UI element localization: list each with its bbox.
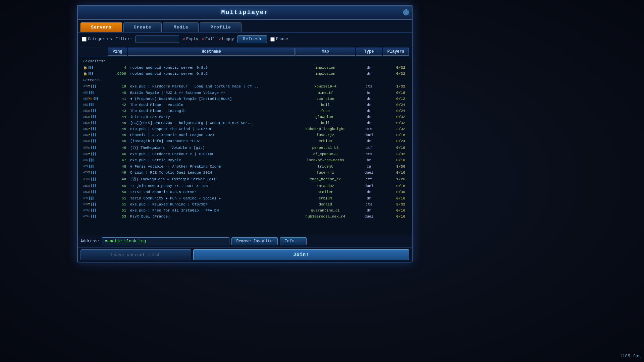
table-row[interactable]: AES⊙▐▐▐ 50 =XTS= 2nd Xonotic 0.8.5 Serve… — [80, 189, 409, 195]
table-row[interactable]: AES?▐▐▐ 45 Phoenix | RJZ Xonotic Duel Le… — [80, 132, 409, 138]
empty-checkbox[interactable]: ✕ Empty — [182, 37, 198, 42]
col-type[interactable]: Type — [356, 48, 382, 56]
aes-icon: AES — [83, 115, 88, 119]
table-row[interactable]: AES⊙▐▐▐ 46 [万] TheRegulars - Votable ☠ [… — [80, 144, 409, 151]
row-ping: 51 — [107, 196, 127, 201]
filter-label: Filter: — [115, 37, 132, 42]
row-ping: 45 — [107, 120, 127, 126]
column-headers: Ping Hostname Map Type Players — [78, 46, 412, 57]
row-icons: AES▐▐▐ — [80, 158, 107, 163]
table-row[interactable]: AES?▐▐▐ 19 exe.pub | Hardcore Parkour | … — [80, 83, 409, 89]
circle-icon: ⊙ — [88, 139, 90, 143]
laggy-checkbox[interactable]: ✕ Laggy — [218, 37, 234, 42]
info-button[interactable]: Info... — [280, 237, 307, 245]
pause-checkbox-label[interactable]: Pause — [270, 37, 288, 42]
favorite-row[interactable]: 🔒 ▐▐▐ 9999 rooted android xonotic server… — [80, 71, 409, 77]
full-x-icon: ✕ — [202, 37, 204, 42]
bars-icon: ▐▐▐ — [90, 109, 96, 113]
row-type: duel — [356, 132, 382, 138]
tab-create[interactable]: Create — [123, 22, 162, 32]
row-ping: 40 — [107, 90, 127, 96]
favorite-row[interactable]: 🔒 ▐▐▐ 4 rooted android xonotic server 0.… — [80, 65, 409, 71]
tab-profile[interactable]: Profile — [200, 22, 241, 32]
row-ping: 45 — [107, 132, 127, 138]
table-row[interactable]: AES✕▐▐▐ 53 PsyX Duel (France) hub3aeroq3… — [80, 214, 409, 220]
aes-icon: AES — [83, 139, 88, 143]
row-map: implosion — [295, 65, 356, 70]
row-icons: AES?▐▐▐ — [80, 84, 107, 89]
aes-icon: AES — [83, 197, 88, 200]
row-icons: AES⊙▐▐▐ — [80, 120, 107, 126]
bars-icon: ▐▐▐ — [90, 209, 96, 212]
categories-checkbox[interactable] — [82, 37, 87, 42]
question-icon: ? — [88, 133, 90, 137]
server-rows-container: AES?▐▐▐ 19 exe.pub | Hardcore Parkour | … — [80, 83, 409, 220]
table-row[interactable]: AES✕▐▐▐ 50 ⚡⚡ join now u pussy ⚡⚡ - DUEL… — [80, 183, 409, 189]
tab-media[interactable]: Media — [163, 22, 199, 32]
remove-favorite-button[interactable]: Remove favorite — [231, 237, 278, 245]
col-hostname[interactable]: Hostname — [128, 48, 295, 56]
circle-icon: ⊙ — [88, 190, 90, 194]
x-status-icon: ✕ — [88, 215, 90, 219]
row-icons: AES▐▐▐ — [80, 90, 107, 95]
filter-input[interactable] — [136, 36, 179, 43]
col-map[interactable]: Map — [296, 48, 355, 56]
action-bar: Leave current match Join! — [78, 247, 412, 262]
row-ping: 46 — [107, 138, 127, 144]
aes-icon: AES — [83, 159, 88, 162]
full-checkbox[interactable]: ✕ Full — [202, 37, 215, 42]
aes-icon: AES — [83, 178, 88, 181]
table-row[interactable]: AES?▐▐▐ 49 Origin | RJZ Xonotic Duel Lea… — [80, 170, 409, 176]
toolbar: Categories Filter: ✕ Empty ✕ Full ✕ Lagg… — [78, 33, 412, 46]
aes-icon: AES — [83, 146, 88, 149]
question-icon: ? — [88, 153, 90, 156]
pause-checkbox[interactable] — [270, 37, 275, 42]
table-row[interactable]: AES⊙▐▐▐ 46 [instagib.info] Deathmatch *F… — [80, 138, 409, 144]
table-row[interactable]: AES▐▐▐ 42 The Good Place — Votable boil … — [80, 102, 409, 108]
tab-servers[interactable]: Servers — [80, 22, 122, 32]
row-type: dm — [356, 196, 382, 201]
table-row[interactable]: AES?▐▐▐ 45 exe.pub | Respect the Grind |… — [80, 126, 409, 132]
table-row[interactable]: AES⊙▐▐▐ 43 The Good Place — Instagib fus… — [80, 108, 409, 114]
server-list[interactable]: Favorites: 🔒 ▐▐▐ 4 rooted android xonoti… — [78, 57, 412, 235]
categories-checkbox-label[interactable]: Categories — [82, 37, 112, 42]
bars-icon: ▐▐▐ — [90, 121, 96, 125]
leave-button[interactable]: Leave current match — [80, 249, 191, 260]
row-type: ctf — [356, 145, 382, 150]
table-row[interactable]: AES?▐▐▐ 46 exe.pub | Hardcore Parkour 2 … — [80, 151, 409, 157]
empty-label: Empty — [186, 37, 198, 42]
table-row[interactable]: AES?⊙▐▐▐ 41 ♦ (Prophets) DeathMatch Temp… — [80, 96, 409, 102]
refresh-button[interactable]: Refresh — [237, 35, 267, 43]
col-players[interactable]: Players — [383, 48, 409, 56]
row-hostname: ♦ (Prophets) DeathMatch Temple [InstaGib… — [127, 96, 295, 102]
row-icons: AES⊙▐▐▐ — [80, 108, 107, 114]
bottom-bar: Address: Remove favorite Info... — [78, 235, 412, 247]
bars-icon: ▐▐▐ — [90, 190, 96, 194]
col-ping[interactable]: Ping — [108, 48, 127, 56]
row-players: 0/16 — [382, 183, 409, 189]
bars-icon: ▐▐▐ — [90, 171, 96, 174]
row-players: 0/24 — [382, 108, 409, 114]
table-row[interactable]: AES⊙▐▐▐ 45 [BG][BOTS] ONEGAVON - bulgars… — [80, 120, 409, 126]
join-button[interactable]: Join! — [193, 249, 409, 260]
aes-icon: AES — [83, 127, 88, 131]
row-map: df_cpma3x-3 — [295, 152, 356, 157]
bars-icon: ▐▐▐ — [90, 215, 96, 218]
table-row[interactable]: AES▐▐▐ 48 ⊛ Feris votable -- Another Fre… — [80, 163, 409, 170]
row-ping: 44 — [107, 114, 127, 120]
table-row[interactable]: AES▐▐▐ 40 Battle Royale | RJZ & ⚡⚡ Extre… — [80, 89, 409, 96]
table-row[interactable]: AES?▐▐▐ 51 exe.pub | Relaxed Running | C… — [80, 201, 409, 207]
table-row[interactable]: AES⊙▐▐▐ 51 exe.pub | Free for all InstaG… — [80, 207, 409, 214]
address-input[interactable] — [102, 237, 229, 245]
close-button[interactable] — [403, 9, 409, 15]
table-row[interactable]: AES▐▐▐ 51 Tarin Community ✦ Fun • Gaming… — [80, 195, 409, 201]
bars-icon: ▐▐▐ — [90, 115, 96, 119]
table-row[interactable]: AES⊙▐▐▐ 49 [万] TheRegulars ☠ Instagib Se… — [80, 176, 409, 183]
row-type: ctf — [356, 177, 382, 182]
aes-icon: AES — [83, 153, 88, 156]
row-hostname: =XTS= 2nd Xonotic 0.8.5 Server — [127, 189, 295, 195]
table-row[interactable]: AES▐▐▐ 47 exe.pub | Battle Royale lord-o… — [80, 157, 409, 163]
row-players: 0/16 — [382, 170, 409, 175]
bars-icon: ▐▐▐ — [90, 127, 96, 131]
table-row[interactable]: AES⊙▐▐▐ 44 init Lab LAN Party glowplant … — [80, 114, 409, 120]
